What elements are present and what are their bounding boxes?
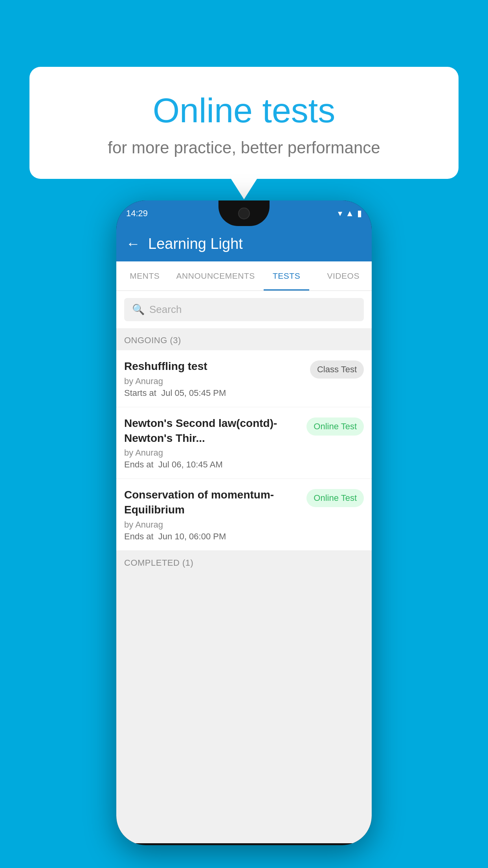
ongoing-section-header: ONGOING (3): [116, 328, 372, 350]
test-by-3: by Anurag: [124, 520, 301, 530]
back-button[interactable]: ←: [126, 235, 140, 252]
search-icon: 🔍: [132, 303, 145, 316]
test-time-2: Ends at Jul 06, 10:45 AM: [124, 460, 301, 470]
status-time: 14:29: [126, 208, 148, 219]
tab-tests[interactable]: TESTS: [258, 261, 315, 291]
speech-bubble: Online tests for more practice, better p…: [29, 67, 459, 179]
test-info-2: Newton's Second law(contd)-Newton's Thir…: [124, 416, 301, 470]
status-icons: ▾ ▲ ▮: [338, 208, 362, 219]
test-item-3[interactable]: Conservation of momentum-Equilibrium by …: [116, 479, 372, 551]
badge-class-test-1: Class Test: [310, 360, 364, 379]
phone: 14:29 ▾ ▲ ▮ ← Learning Light MENTS ANNOU…: [116, 200, 372, 845]
test-info-1: Reshuffling test by Anurag Starts at Jul…: [124, 359, 304, 398]
tab-videos[interactable]: VIDEOS: [315, 261, 372, 291]
badge-online-test-2: Online Test: [306, 417, 364, 436]
test-time-1: Starts at Jul 05, 05:45 PM: [124, 388, 304, 398]
search-bar-container: 🔍 Search: [116, 291, 372, 328]
test-list: Reshuffling test by Anurag Starts at Jul…: [116, 350, 372, 551]
test-time-3: Ends at Jun 10, 06:00 PM: [124, 531, 301, 542]
speech-bubble-subtitle: for more practice, better performance: [49, 138, 439, 157]
test-name-1: Reshuffling test: [124, 359, 304, 374]
wifi-icon: ▾: [338, 208, 342, 219]
app-bar: ← Learning Light: [116, 226, 372, 261]
completed-section-header: COMPLETED (1): [116, 551, 372, 573]
test-info-3: Conservation of momentum-Equilibrium by …: [124, 487, 301, 542]
test-item[interactable]: Reshuffling test by Anurag Starts at Jul…: [116, 350, 372, 407]
app-bar-title: Learning Light: [148, 235, 243, 252]
signal-icon: ▲: [345, 208, 354, 219]
tab-ments[interactable]: MENTS: [116, 261, 173, 291]
test-by-1: by Anurag: [124, 376, 304, 386]
search-placeholder: Search: [149, 303, 182, 316]
test-name-2: Newton's Second law(contd)-Newton's Thir…: [124, 416, 301, 446]
tab-announcements[interactable]: ANNOUNCEMENTS: [173, 261, 258, 291]
status-bar: 14:29 ▾ ▲ ▮: [116, 200, 372, 226]
screen-content: 🔍 Search ONGOING (3) Reshuffling test by…: [116, 291, 372, 843]
test-name-3: Conservation of momentum-Equilibrium: [124, 487, 301, 517]
tabs: MENTS ANNOUNCEMENTS TESTS VIDEOS: [116, 261, 372, 291]
camera-notch: [238, 208, 250, 219]
speech-bubble-title: Online tests: [49, 90, 439, 131]
battery-icon: ▮: [357, 208, 362, 219]
test-by-2: by Anurag: [124, 448, 301, 458]
test-item-2[interactable]: Newton's Second law(contd)-Newton's Thir…: [116, 407, 372, 479]
search-bar[interactable]: 🔍 Search: [124, 298, 364, 321]
badge-online-test-3: Online Test: [306, 489, 364, 507]
